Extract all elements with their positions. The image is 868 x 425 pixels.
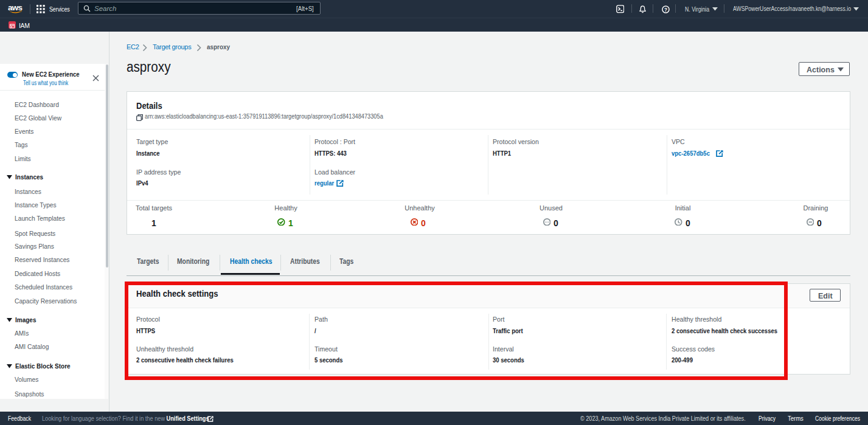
svg-text:aws: aws <box>8 3 23 12</box>
svg-text:?: ? <box>664 7 667 12</box>
